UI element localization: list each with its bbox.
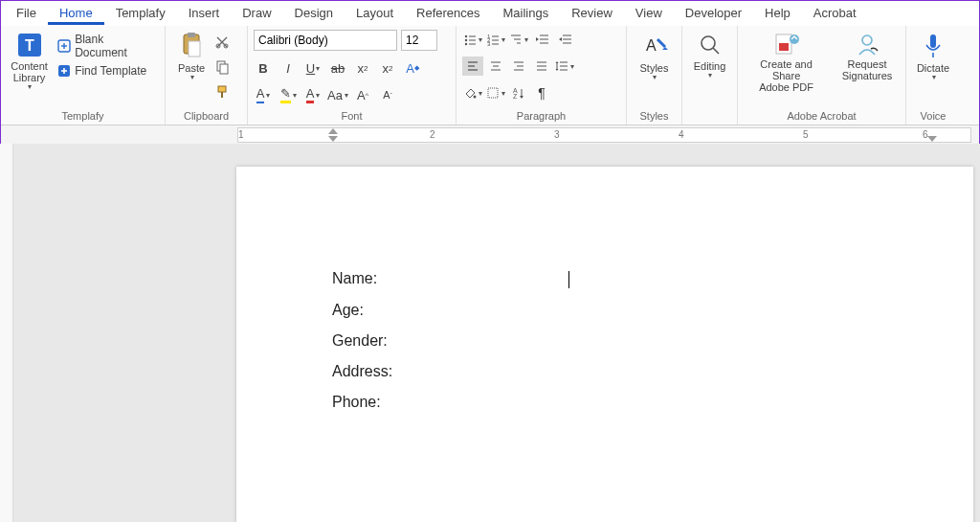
tab-help[interactable]: Help bbox=[753, 2, 802, 25]
microphone-icon bbox=[922, 32, 945, 60]
right-indent-marker[interactable] bbox=[927, 136, 937, 142]
copy-button[interactable] bbox=[212, 57, 233, 78]
tab-mailings[interactable]: Mailings bbox=[492, 2, 561, 25]
font-name-select[interactable] bbox=[254, 30, 397, 51]
align-right-icon bbox=[512, 59, 525, 73]
borders-icon bbox=[486, 86, 500, 100]
search-icon bbox=[697, 32, 724, 58]
align-center-button[interactable] bbox=[485, 57, 506, 76]
svg-marker-56 bbox=[556, 69, 559, 71]
tab-layout[interactable]: Layout bbox=[345, 2, 405, 25]
borders-button[interactable] bbox=[485, 83, 506, 102]
change-case-button[interactable]: Aa bbox=[328, 85, 347, 104]
request-signatures-button[interactable]: Request Signatures bbox=[835, 30, 900, 83]
svg-marker-62 bbox=[520, 96, 523, 99]
find-template-button[interactable]: Find Template bbox=[56, 63, 159, 79]
doc-line[interactable]: Name: bbox=[332, 270, 878, 288]
shading-button[interactable] bbox=[462, 83, 483, 102]
tab-acrobat[interactable]: Acrobat bbox=[802, 2, 868, 25]
svg-rect-10 bbox=[189, 41, 200, 57]
tab-developer[interactable]: Developer bbox=[674, 2, 753, 25]
hanging-indent-marker[interactable] bbox=[328, 136, 338, 142]
grow-font-button[interactable]: A^ bbox=[353, 85, 372, 104]
decrease-indent-button[interactable] bbox=[531, 30, 552, 49]
underline-button[interactable]: U▾ bbox=[303, 58, 323, 78]
svg-text:T: T bbox=[25, 37, 34, 54]
justify-button[interactable] bbox=[531, 57, 552, 76]
doc-line[interactable]: Age: bbox=[332, 302, 878, 319]
numbering-button[interactable]: 123 bbox=[485, 30, 506, 49]
cut-button[interactable] bbox=[212, 32, 233, 53]
document-page[interactable]: Name: Age: Gender: Address: Phone: bbox=[236, 167, 973, 522]
font-size-select[interactable] bbox=[401, 30, 437, 51]
tab-home[interactable]: Home bbox=[48, 2, 104, 25]
font-color-button[interactable]: A bbox=[303, 85, 323, 104]
strikethrough-button[interactable]: ab bbox=[328, 58, 347, 78]
bold-button[interactable]: B bbox=[254, 58, 273, 78]
ruler-tick: 5 bbox=[803, 129, 809, 140]
chevron-down-icon: ▾ bbox=[708, 72, 712, 80]
paste-button[interactable]: Paste ▾ bbox=[171, 30, 212, 84]
ruler-tick: 6 bbox=[923, 129, 928, 140]
group-label-clipboard: Clipboard bbox=[171, 108, 241, 125]
svg-point-17 bbox=[465, 35, 467, 37]
svg-point-70 bbox=[862, 35, 872, 45]
vertical-ruler[interactable] bbox=[0, 144, 13, 522]
svg-line-66 bbox=[713, 48, 719, 54]
multilevel-list-button[interactable] bbox=[508, 30, 529, 49]
svg-point-19 bbox=[465, 39, 467, 41]
svg-marker-55 bbox=[556, 61, 559, 63]
shrink-font-button[interactable]: Aˇ bbox=[378, 85, 397, 104]
sort-button[interactable]: AZ bbox=[508, 83, 529, 102]
line-spacing-button[interactable] bbox=[554, 57, 575, 76]
font-color-outline-button[interactable]: A bbox=[254, 85, 273, 104]
styles-button[interactable]: A Styles ▾ bbox=[633, 30, 676, 84]
tab-design[interactable]: Design bbox=[283, 2, 345, 25]
svg-text:Z: Z bbox=[513, 93, 518, 100]
copy-icon bbox=[214, 59, 230, 75]
doc-line[interactable]: Gender: bbox=[332, 332, 878, 350]
ruler-tick: 4 bbox=[679, 129, 684, 140]
doc-line[interactable]: Phone: bbox=[332, 394, 878, 411]
svg-marker-35 bbox=[536, 37, 539, 41]
superscript-button[interactable]: x2 bbox=[378, 58, 397, 78]
tab-templafy[interactable]: Templafy bbox=[104, 2, 177, 25]
blank-document-icon bbox=[57, 39, 71, 53]
italic-button[interactable]: I bbox=[278, 58, 298, 78]
tab-draw[interactable]: Draw bbox=[231, 2, 282, 25]
tab-view[interactable]: View bbox=[624, 2, 674, 25]
justify-icon bbox=[535, 59, 548, 73]
ribbon-tabs: File Home Templafy Insert Draw Design La… bbox=[1, 1, 979, 26]
tab-insert[interactable]: Insert bbox=[177, 2, 232, 25]
group-styles: A Styles ▾ Styles bbox=[627, 26, 682, 125]
bullets-button[interactable] bbox=[462, 30, 483, 49]
svg-marker-64 bbox=[662, 47, 668, 50]
first-line-indent-marker[interactable] bbox=[328, 128, 338, 134]
ruler-tick: 3 bbox=[554, 129, 560, 140]
doc-line[interactable]: Address: bbox=[332, 363, 878, 380]
format-painter-button[interactable] bbox=[212, 81, 233, 102]
text-effects-button[interactable]: A◆ bbox=[403, 58, 422, 78]
ruler-tick: 1 bbox=[238, 129, 244, 140]
format-painter-icon bbox=[214, 84, 230, 100]
subscript-button[interactable]: x2 bbox=[353, 58, 372, 78]
align-left-button[interactable] bbox=[462, 57, 483, 76]
tab-references[interactable]: References bbox=[405, 2, 491, 25]
align-right-button[interactable] bbox=[508, 57, 529, 76]
group-label-templafy: Templafy bbox=[7, 108, 159, 125]
show-marks-button[interactable]: ¶ bbox=[531, 83, 552, 102]
text-cursor bbox=[568, 271, 569, 288]
blank-document-button[interactable]: Blank Document bbox=[56, 32, 159, 60]
dictate-button[interactable]: Dictate ▾ bbox=[912, 30, 954, 84]
numbering-icon: 123 bbox=[486, 33, 500, 46]
horizontal-ruler[interactable]: 1 2 3 4 5 6 bbox=[237, 127, 971, 143]
group-editing: Editing ▾ bbox=[682, 26, 738, 125]
align-center-icon bbox=[489, 59, 502, 73]
content-library-button[interactable]: T Content Library ▾ bbox=[7, 30, 52, 94]
tab-review[interactable]: Review bbox=[560, 2, 624, 25]
create-share-pdf-button[interactable]: Create and Share Adobe PDF bbox=[744, 30, 829, 95]
increase-indent-button[interactable] bbox=[554, 30, 575, 49]
editing-button[interactable]: Editing ▾ bbox=[688, 30, 731, 82]
highlight-button[interactable]: ✎ bbox=[278, 85, 298, 104]
tab-file[interactable]: File bbox=[5, 2, 48, 25]
